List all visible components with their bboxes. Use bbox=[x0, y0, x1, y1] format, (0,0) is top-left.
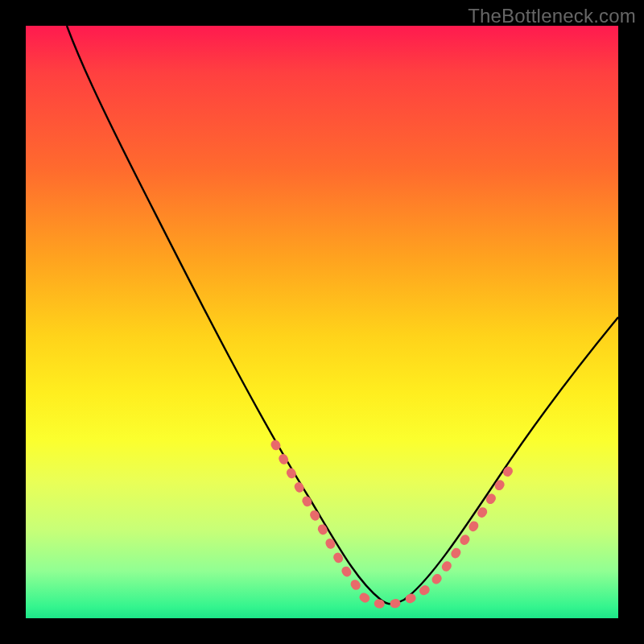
dots-left bbox=[275, 444, 364, 594]
chart-frame: TheBottleneck.com bbox=[0, 0, 644, 644]
bottleneck-curve bbox=[26, 26, 618, 618]
plot-area bbox=[26, 26, 618, 618]
dots-right bbox=[436, 470, 509, 580]
watermark-text: TheBottleneck.com bbox=[468, 5, 636, 27]
curve-path bbox=[67, 26, 618, 604]
